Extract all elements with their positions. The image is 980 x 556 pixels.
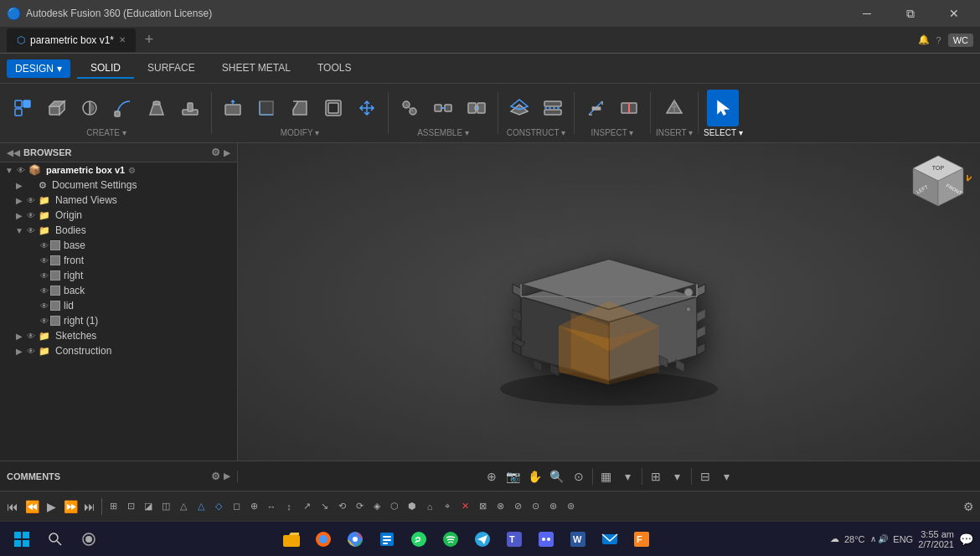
notification-center-icon[interactable]: 💬 [959,533,973,546]
browser-item-front[interactable]: ▶ 👁 front [0,253,237,268]
mini-tool-1[interactable]: ⊞ [105,498,121,515]
rib-icon[interactable] [174,90,206,126]
mini-tool-10[interactable]: ↔ [263,498,280,515]
mini-tool-11[interactable]: ↕ [281,498,297,515]
search-taskbar-button[interactable] [40,524,70,554]
browser-item-bodies[interactable]: ▼ 👁 📁 Bodies [0,223,237,238]
grid-control[interactable]: ⊞ [646,466,666,486]
mini-tool-14[interactable]: ⟲ [333,498,350,515]
mini-tool-26[interactable]: ⊛ [544,498,561,515]
measure-icon[interactable]: mm [580,90,611,126]
taskbar-firefox[interactable] [308,524,338,554]
design-button[interactable]: DESIGN ▾ [7,59,70,78]
mini-tool-2[interactable]: ⊡ [122,498,139,515]
pan-control[interactable]: ✋ [525,466,545,486]
taskbar-spotify[interactable] [436,524,466,554]
mini-tool-5[interactable]: △ [175,498,192,515]
mini-tool-7[interactable]: ◇ [210,498,227,515]
tab-sheet-metal[interactable]: SHEET METAL [209,59,304,79]
select-tool-icon[interactable] [707,90,739,126]
tab-surface[interactable]: SURFACE [134,59,209,79]
loft-icon[interactable] [141,90,173,126]
named-views-eye[interactable]: 👁 [25,194,37,206]
sketches-toggle[interactable]: ▶ [13,330,25,342]
new-tab-button[interactable]: + [139,30,159,50]
mini-tool-24[interactable]: ⊘ [509,498,526,515]
start-button[interactable] [7,524,37,554]
browser-root-item[interactable]: ▼ 👁 📦 parametric box v1 ⚙ [0,162,237,178]
taskbar-discord[interactable] [531,524,561,554]
viewport[interactable]: TOP LEFT FRONT [238,143,980,461]
clock[interactable]: 3:55 am 2/7/2021 [918,529,954,549]
browser-item-doc-settings[interactable]: ▶ 👁 ⚙ Document Settings [0,178,237,193]
doc-settings-toggle[interactable]: ▶ [13,179,25,191]
active-tab[interactable]: ⬡ parametric box v1* ✕ [7,28,136,52]
sweep-icon[interactable] [107,90,139,126]
midplane-icon[interactable] [537,90,569,126]
named-views-toggle[interactable]: ▶ [13,194,25,206]
mini-tool-19[interactable]: ⌂ [421,498,438,515]
settings-mini-icon[interactable]: ⚙ [960,498,977,515]
assemble-new-icon[interactable] [394,90,426,126]
origin-eye[interactable]: 👁 [25,209,37,221]
mini-tool-17[interactable]: ⬡ [386,498,403,515]
browser-item-right1[interactable]: ▶ 👁 right (1) [0,313,237,328]
mini-tool-18[interactable]: ⬢ [404,498,420,515]
play-button[interactable]: ▶ [42,497,60,516]
orbit-control[interactable]: ⊕ [482,466,502,486]
close-button[interactable]: ✕ [935,0,973,27]
navigation-cube[interactable]: TOP LEFT FRONT [905,152,972,219]
help-icon[interactable]: ? [936,35,941,45]
user-badge[interactable]: WC [948,33,973,47]
mini-tool-16[interactable]: ◈ [369,498,385,515]
joint-icon[interactable] [427,90,459,126]
press-pull-icon[interactable] [217,90,249,126]
mini-tool-27[interactable]: ⊚ [562,498,579,515]
grid-dropdown[interactable]: ▾ [668,466,688,486]
sketches-eye[interactable]: 👁 [25,330,37,342]
browser-settings-icon[interactable]: ⚙ [211,147,220,158]
tab-close-button[interactable]: ✕ [119,35,126,44]
mini-tool-15[interactable]: ⟳ [351,498,368,515]
root-eye-icon[interactable]: 👁 [15,164,27,176]
tab-solid[interactable]: SOLID [77,59,134,79]
bodies-eye[interactable]: 👁 [25,224,37,236]
browser-item-construction[interactable]: ▶ 👁 📁 Construction [0,343,237,358]
mini-tool-9[interactable]: ⊕ [245,498,262,515]
display-dropdown[interactable]: ▾ [618,466,638,486]
browser-item-back[interactable]: ▶ 👁 back [0,283,237,298]
mini-tool-6[interactable]: △ [193,498,209,515]
mini-tool-20[interactable]: ⌖ [439,498,456,515]
3d-model[interactable] [450,162,768,416]
fillet-icon[interactable] [250,90,282,126]
front-eye[interactable]: 👁 [39,255,50,266]
back-eye[interactable]: 👁 [39,285,50,296]
mini-tool-25[interactable]: ⊙ [527,498,544,515]
browser-item-lid[interactable]: ▶ 👁 lid [0,298,237,313]
browser-item-right[interactable]: ▶ 👁 right [0,268,237,283]
fit-control[interactable]: ⊙ [569,466,589,486]
move-icon[interactable] [351,90,383,126]
visual-dropdown[interactable]: ▾ [717,466,737,486]
taskbar-teams[interactable]: T [499,524,529,554]
skip-forward-button[interactable]: ⏭ [80,497,99,516]
taskbar-whatsapp[interactable] [404,524,434,554]
visual-style-control[interactable]: ⊟ [695,466,715,486]
root-settings-icon[interactable]: ⚙ [128,166,136,175]
comments-expand-icon[interactable]: ▶ [224,471,230,481]
browser-back-icon[interactable]: ◀◀ [7,148,20,157]
skip-back-button[interactable]: ⏮ [3,497,22,516]
notification-icon[interactable]: 🔔 [918,34,930,45]
mini-tool-22[interactable]: ⊠ [474,498,491,515]
browser-item-named-views[interactable]: ▶ 👁 📁 Named Views [0,193,237,208]
mini-tool-8[interactable]: ◻ [228,498,245,515]
construction-eye[interactable]: 👁 [25,345,37,357]
root-toggle[interactable]: ▼ [3,164,15,176]
revolve-icon[interactable] [74,90,106,126]
right-eye[interactable]: 👁 [39,270,50,281]
tab-tools[interactable]: TOOLS [304,59,364,79]
taskbar-files[interactable] [372,524,402,554]
mini-tool-4[interactable]: ◫ [157,498,174,515]
insert-mesh-icon[interactable] [658,90,690,126]
next-button[interactable]: ⏩ [61,497,80,516]
